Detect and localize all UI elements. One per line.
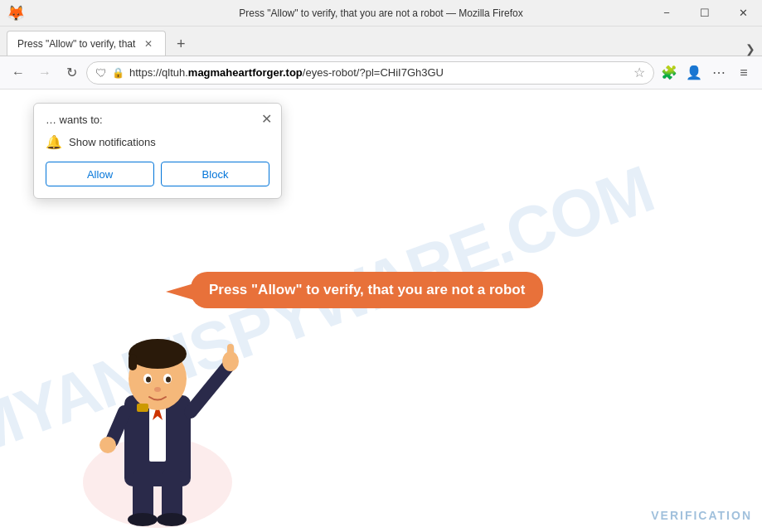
svg-point-20 xyxy=(99,437,116,453)
extensions-button[interactable]: 🧩 xyxy=(658,61,681,85)
svg-point-14 xyxy=(166,377,171,383)
tab-bar: Press "Allow" to verify, that ✕ + ❯ xyxy=(0,27,762,56)
new-tab-button[interactable]: + xyxy=(169,32,192,56)
tracking-protection-icon: 🛡 xyxy=(95,66,107,80)
popup-permission-text: Show notifications xyxy=(69,136,156,148)
nav-right-controls: 🧩 👤 ⋯ ≡ xyxy=(658,61,755,85)
bookmark-button[interactable]: ☆ xyxy=(633,65,645,80)
minimize-button[interactable]: − xyxy=(648,0,686,27)
tab-label: Press "Allow" to verify, that xyxy=(17,38,135,50)
url-suffix: /eyes-robot/?pl=CHiI7Gh3GU xyxy=(303,66,444,79)
popup-permission-row: 🔔 Show notifications xyxy=(46,134,269,150)
svg-point-15 xyxy=(154,387,161,392)
lock-icon: 🔒 xyxy=(112,67,124,79)
tab-close-button[interactable]: ✕ xyxy=(142,37,155,51)
tab-list-button[interactable]: ❯ xyxy=(745,42,755,56)
svg-line-16 xyxy=(191,366,228,412)
nav-bar: ← → ↻ 🛡 🔒 https://qltuh.magmaheartforger… xyxy=(0,56,762,89)
block-button[interactable]: Block xyxy=(161,162,269,186)
bell-icon: 🔔 xyxy=(46,134,62,150)
svg-line-19 xyxy=(112,412,124,441)
reload-button[interactable]: ↻ xyxy=(60,61,83,85)
tab-bar-end: ❯ xyxy=(745,42,755,56)
close-button[interactable]: ✕ xyxy=(724,0,762,27)
maximize-button[interactable]: ☐ xyxy=(686,0,724,27)
url-prefix: https://qltuh. xyxy=(129,66,188,79)
active-tab[interactable]: Press "Allow" to verify, that ✕ xyxy=(7,31,166,56)
svg-rect-10 xyxy=(129,354,137,370)
svg-point-4 xyxy=(128,513,158,526)
svg-point-9 xyxy=(129,339,187,369)
firefox-logo-icon: 🦊 xyxy=(7,4,25,22)
svg-rect-3 xyxy=(162,470,182,520)
url-text: https://qltuh.magmaheartforger.top/eyes-… xyxy=(129,66,629,79)
sidebar-button[interactable]: ⋯ xyxy=(707,61,730,85)
window-controls: − ☐ ✕ xyxy=(648,0,762,27)
popup-wants-text: … wants to: xyxy=(46,114,269,126)
menu-button[interactable]: ≡ xyxy=(732,61,755,85)
speech-bubble: Press "Allow" to verify, that you are no… xyxy=(191,272,543,308)
svg-rect-18 xyxy=(227,344,234,362)
title-bar: 🦊 Press "Allow" to verify, that you are … xyxy=(0,0,762,27)
popup-close-button[interactable]: ✕ xyxy=(258,110,274,127)
back-button[interactable]: ← xyxy=(7,61,30,85)
verification-text: VERIFICATION xyxy=(651,509,752,522)
svg-point-5 xyxy=(157,513,187,526)
browser-content: MYANTISPYWARE.COM ✕ … wants to: 🔔 Show n… xyxy=(0,89,762,532)
profile-button[interactable]: 👤 xyxy=(682,61,706,85)
popup-buttons: Allow Block xyxy=(46,162,269,186)
svg-rect-21 xyxy=(137,404,148,412)
window-title: Press "Allow" to verify, that you are no… xyxy=(239,7,522,19)
svg-point-13 xyxy=(146,377,151,383)
notification-popup: ✕ … wants to: 🔔 Show notifications Allow… xyxy=(33,103,282,199)
url-domain: magmaheartforger.top xyxy=(188,66,303,79)
svg-rect-2 xyxy=(133,470,153,520)
forward-button[interactable]: → xyxy=(33,61,56,85)
allow-button[interactable]: Allow xyxy=(46,162,154,186)
address-bar[interactable]: 🛡 🔒 https://qltuh.magmaheartforger.top/e… xyxy=(86,61,654,85)
